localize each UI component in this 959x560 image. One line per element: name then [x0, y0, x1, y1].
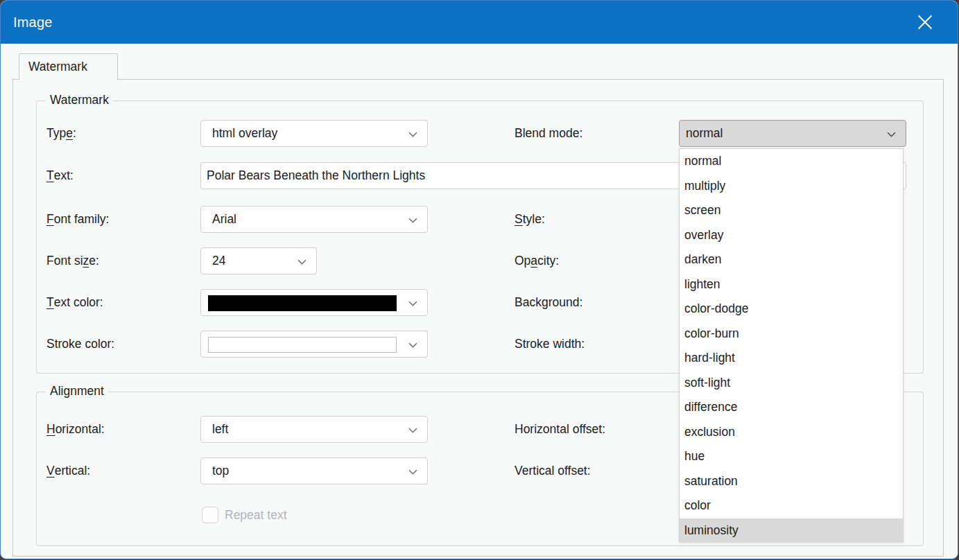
blend-option-saturation[interactable]: saturation: [680, 469, 903, 494]
font-size-label: Font size:: [46, 247, 99, 274]
style-label: Style:: [515, 206, 545, 233]
blend-option-exclusion[interactable]: exclusion: [680, 420, 903, 445]
dialog-title: Image: [13, 15, 53, 30]
chevron-down-icon: [408, 218, 417, 223]
blend-option-soft-light[interactable]: soft-light: [680, 371, 903, 396]
font-size-select[interactable]: 24: [200, 247, 317, 274]
chevron-down-icon: [297, 259, 306, 265]
horizontal-offset-label: Horizontal offset:: [515, 416, 605, 443]
blend-option-darken[interactable]: darken: [680, 247, 903, 272]
chevron-down-icon: [408, 132, 417, 137]
vertical-offset-label: Vertical offset:: [515, 457, 591, 484]
horizontal-select[interactable]: left: [200, 416, 428, 443]
tab-panel: Watermark Alignment Type: html overlay T…: [12, 79, 944, 557]
blend-option-multiply[interactable]: multiply: [680, 174, 903, 199]
stroke-color-label: Stroke color:: [46, 331, 114, 358]
horizontal-label: Horizontal:: [46, 416, 105, 443]
tab-watermark[interactable]: Watermark: [19, 53, 118, 80]
blend-option-overlay[interactable]: overlay: [680, 223, 903, 248]
blend-option-color-burn[interactable]: color-burn: [680, 322, 903, 347]
chevron-down-icon: [408, 469, 417, 475]
titlebar: Image: [1, 1, 958, 44]
blend-option-color[interactable]: color: [680, 493, 903, 518]
blend-mode-select[interactable]: normal: [679, 120, 906, 147]
blend-option-luminosity[interactable]: luminosity: [680, 518, 903, 543]
repeat-text-label: Repeat text: [225, 508, 287, 523]
image-dialog: Image Watermark Watermark Alignment Type…: [0, 0, 958, 559]
stroke-width-label: Stroke width:: [515, 331, 585, 358]
blend-mode-dropdown-list: normalmultiplyscreenoverlaydarkenlighten…: [679, 148, 904, 542]
vertical-label: Vertical:: [46, 457, 90, 484]
text-label: Text:: [46, 162, 74, 189]
tab-label: Watermark: [28, 60, 87, 74]
blend-option-normal[interactable]: normal: [680, 149, 903, 174]
blend-option-hue[interactable]: hue: [680, 444, 903, 469]
stroke-color-select[interactable]: [200, 331, 428, 358]
blend-option-screen[interactable]: screen: [680, 198, 903, 223]
watermark-group-legend: Watermark: [46, 93, 113, 107]
alignment-group-legend: Alignment: [46, 384, 108, 399]
text-color-label: Text color:: [46, 289, 103, 316]
chevron-down-icon: [408, 342, 417, 348]
font-family-label: Font family:: [46, 206, 109, 233]
close-button[interactable]: [913, 10, 937, 34]
background-label: Background:: [515, 289, 582, 316]
blend-option-lighten[interactable]: lighten: [680, 272, 903, 297]
font-family-select[interactable]: Arial: [200, 206, 428, 233]
blend-option-difference[interactable]: difference: [680, 395, 903, 420]
type-label: Type:: [46, 120, 76, 147]
text-color-swatch: [208, 295, 397, 311]
type-select[interactable]: html overlay: [200, 120, 428, 147]
blend-mode-label: Blend mode:: [515, 120, 582, 147]
chevron-down-icon: [887, 132, 896, 137]
opacity-label: Opacity:: [515, 247, 559, 274]
blend-option-hard-light[interactable]: hard-light: [680, 346, 903, 371]
chevron-down-icon: [408, 301, 417, 306]
close-icon: [917, 15, 933, 30]
repeat-text-checkbox[interactable]: [202, 507, 218, 523]
chevron-down-icon: [408, 428, 417, 433]
text-color-select[interactable]: [200, 289, 428, 316]
blend-option-color-dodge[interactable]: color-dodge: [680, 297, 903, 322]
stroke-color-swatch: [208, 337, 397, 353]
vertical-select[interactable]: top: [200, 457, 428, 484]
